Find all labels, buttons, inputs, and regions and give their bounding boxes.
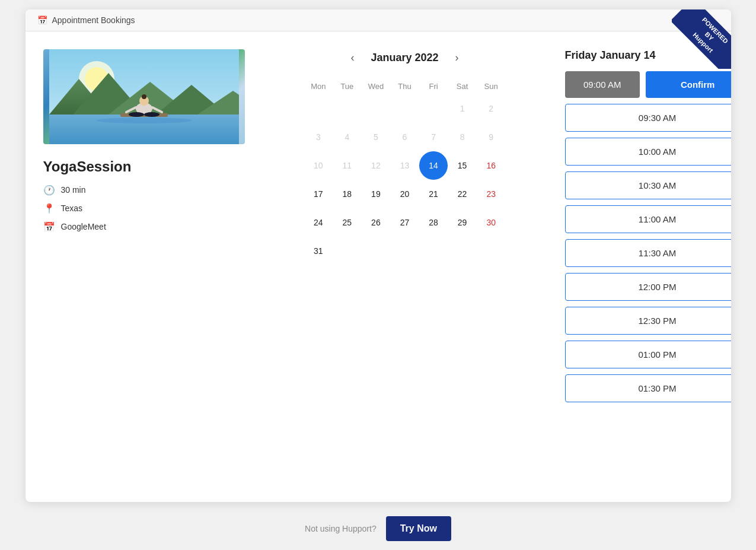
prev-month-button[interactable]: ‹ [346,49,359,66]
calendar-day[interactable]: 27 [390,208,419,237]
calendar-day: 12 [362,151,391,180]
calendar-body: 1234567891011121314151617181920212223242… [304,94,506,265]
duration-meta: 🕐 30 min [43,185,245,196]
time-slot-button[interactable]: 12:00 PM [565,273,731,301]
calendar-day[interactable]: 26 [362,208,391,237]
calendar-day: 3 [304,123,333,151]
weekday-wed: Wed [362,78,391,94]
calendar-day [390,237,419,265]
yoga-scene-svg [49,49,239,144]
time-slot-button[interactable]: 01:30 PM [565,374,731,402]
calendar-day [333,94,362,123]
content-area: YogaSession 🕐 30 min 📍 Texas 📅 GoogleMee… [25,31,731,500]
calendar-day[interactable]: 24 [304,208,333,237]
weekday-mon: Mon [304,78,333,94]
calendar-day [419,94,448,123]
time-slot-button[interactable]: 11:00 AM [565,205,731,233]
clock-icon: 🕐 [43,185,55,196]
calendar-day[interactable]: 15 [448,151,477,180]
calendar-day[interactable]: 19 [362,180,391,208]
session-meta: 🕐 30 min 📍 Texas 📅 GoogleMeet [43,185,245,233]
calendar-day [419,237,448,265]
calendar-grid: Mon Tue Wed Thu Fri Sat Sun 123456789101… [304,78,506,265]
calendar-day[interactable]: 28 [419,208,448,237]
calendar-day: 4 [333,123,362,151]
location-meta: 📍 Texas [43,203,245,214]
confirm-button[interactable]: Confirm [646,71,731,98]
bottom-footer: Not using Hupport? Try Now [305,516,451,541]
calendar-day [362,94,391,123]
calendar-day [448,237,477,265]
calendar-day: 8 [448,123,477,151]
calendar-day[interactable]: 30 [477,208,506,237]
calendar-day: 10 [304,151,333,180]
calendar-day[interactable]: 18 [333,180,362,208]
month-title: January 2022 [371,52,438,64]
time-slot-button[interactable]: 10:30 AM [565,171,731,199]
selected-time-button[interactable]: 09:00 AM [565,71,640,98]
weekday-sat: Sat [448,78,477,94]
calendar-header: ‹ January 2022 › [304,49,506,66]
powered-badge: POWEREDBYHupport [672,9,731,69]
weekday-fri: Fri [419,78,448,94]
weekday-sun: Sun [477,78,506,94]
time-slot-button[interactable]: 09:30 AM [565,104,731,132]
meeting-meta: 📅 GoogleMeet [43,221,245,233]
svg-point-17 [144,112,160,117]
next-month-button[interactable]: › [451,49,464,66]
calendar-icon: 📅 [37,15,47,25]
calendar-day: 1 [448,94,477,123]
not-using-text: Not using Hupport? [305,524,377,533]
calendar-day [304,94,333,123]
calendar-day [477,237,506,265]
svg-point-16 [129,112,144,117]
calendar-day[interactable]: 14 [419,151,448,180]
app-title: Appointment Bookings [52,15,135,25]
weekday-thu: Thu [390,78,419,94]
weekday-tue: Tue [333,78,362,94]
svg-point-13 [142,94,146,99]
calendar-weekdays: Mon Tue Wed Thu Fri Sat Sun [304,78,506,94]
calendar-day[interactable]: 21 [419,180,448,208]
time-panel: Friday January 14 09:00 AM Confirm 09:30… [565,49,731,482]
calendar-day: 2 [477,94,506,123]
location-icon: 📍 [43,203,55,214]
main-card: 📅 Appointment Bookings POWEREDBYHupport [25,9,731,502]
meet-icon: 📅 [43,221,55,233]
calendar-day[interactable]: 22 [448,180,477,208]
left-panel: YogaSession 🕐 30 min 📍 Texas 📅 GoogleMee… [43,49,245,482]
time-slot-button[interactable]: 11:30 AM [565,239,731,267]
session-title: YogaSession [43,158,245,175]
time-selected-row: 09:00 AM Confirm [565,71,731,98]
calendar-day [390,94,419,123]
calendar-day: 9 [477,123,506,151]
calendar-day[interactable]: 23 [477,180,506,208]
time-slot-button[interactable]: 12:30 PM [565,307,731,335]
outer-wrapper: 📅 Appointment Bookings POWEREDBYHupport [0,0,756,550]
calendar-day: 6 [390,123,419,151]
calendar-day: 5 [362,123,391,151]
calendar-day[interactable]: 31 [304,237,333,265]
time-scroll-area[interactable]: 09:00 AM Confirm 09:30 AM10:00 AM10:30 A… [565,71,731,408]
calendar-day: 11 [333,151,362,180]
calendar-panel: ‹ January 2022 › Mon Tue Wed Thu Fri Sat [304,49,506,482]
calendar-day: 13 [390,151,419,180]
calendar-day[interactable]: 29 [448,208,477,237]
calendar-day [333,237,362,265]
calendar-day [362,237,391,265]
calendar-day: 7 [419,123,448,151]
calendar-day[interactable]: 17 [304,180,333,208]
time-slot-button[interactable]: 01:00 PM [565,341,731,368]
calendar-day[interactable]: 20 [390,180,419,208]
calendar-day[interactable]: 25 [333,208,362,237]
calendar-day[interactable]: 16 [477,151,506,180]
meeting-text: GoogleMeet [61,222,106,231]
duration-text: 30 min [61,185,86,195]
time-slot-button[interactable]: 10:00 AM [565,138,731,166]
try-now-button[interactable]: Try Now [386,516,451,541]
time-slots-container: 09:30 AM10:00 AM10:30 AM11:00 AM11:30 AM… [565,104,731,408]
svg-point-9 [97,117,192,123]
yoga-image [43,49,245,144]
top-bar: 📅 Appointment Bookings [25,9,731,31]
powered-badge-text: POWEREDBYHupport [672,9,731,69]
